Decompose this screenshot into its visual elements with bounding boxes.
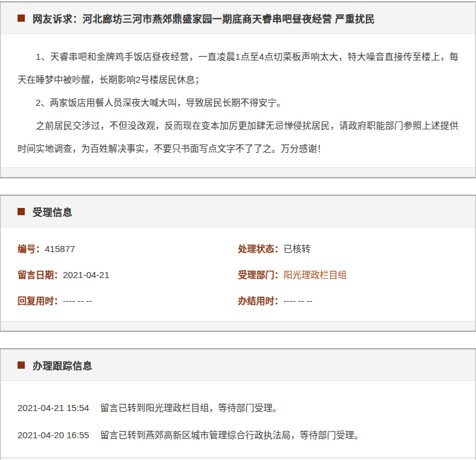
panel-footer-strip <box>1 321 475 331</box>
field-completion-time: 办结用时：---- -- -- <box>238 288 459 314</box>
field-department-value-link[interactable]: 阳光理政栏目组 <box>284 270 347 280</box>
complaint-paragraph-2: 2、两家饭店用餐人员深夜大喊大叫，导致居民长期不得安宁。 <box>18 91 458 114</box>
acceptance-panel-header: 受理信息 <box>1 196 475 227</box>
tracking-panel-header: 办理跟踪信息 <box>1 349 475 381</box>
field-reply-time-value: ---- -- -- <box>63 296 92 306</box>
tracking-panel-title: 办理跟踪信息 <box>33 358 93 372</box>
field-reply-time-label: 回复用时： <box>18 296 63 306</box>
field-number-value: 415877 <box>45 244 75 254</box>
acceptance-panel-title: 受理信息 <box>33 204 73 219</box>
entry-message: 留言已转到阳光理政栏目组，等待部门受理。 <box>100 403 281 413</box>
tracking-entry: 2021-04-20 16:55留言已转到燕郊高新区城市管理综合行政执法局，等待… <box>18 421 458 449</box>
tracking-entries: 2021-04-21 15:54留言已转到阳光理政栏目组，等待部门受理。 202… <box>1 381 475 457</box>
field-status-value: 已核转 <box>284 244 311 254</box>
tracking-entry: 2021-04-21 15:54留言已转到阳光理政栏目组，等待部门受理。 <box>18 394 458 421</box>
field-number-label: 编号： <box>18 244 45 254</box>
entry-timestamp: 2021-04-21 15:54 <box>18 403 89 413</box>
complaint-title: 网友诉求：河北廊坊三河市燕郊鼎盛家园一期底商天睿串吧昼夜经营 严重扰民 <box>33 11 375 25</box>
complaint-panel: 网友诉求：河北廊坊三河市燕郊鼎盛家园一期底商天睿串吧昼夜经营 严重扰民 1、天睿… <box>0 1 476 178</box>
square-bullet-icon <box>18 15 25 22</box>
field-message-date-label: 留言日期： <box>18 270 63 280</box>
field-completion-time-label: 办结用时： <box>238 296 284 306</box>
square-bullet-icon <box>18 208 25 215</box>
complaint-paragraph-1: 1、天睿串吧和金牌鸡手饭店昼夜经营，一直凌晨1点至4点切菜板声响太大，特大噪音直… <box>18 45 458 91</box>
field-status-label: 处理状态： <box>238 244 284 254</box>
field-status: 处理状态：已核转 <box>238 236 459 262</box>
complaint-panel-header: 网友诉求：河北廊坊三河市燕郊鼎盛家园一期底商天睿串吧昼夜经营 严重扰民 <box>1 2 475 34</box>
panel-footer-strip <box>1 457 475 460</box>
complaint-paragraph-3: 之前居民交涉过，不但没改观，反而现在变本加厉更加肆无忌惮侵扰居民，请政府职能部门… <box>18 114 458 160</box>
field-completion-time-value: ---- -- -- <box>284 296 313 306</box>
field-department: 受理部门：阳光理政栏目组 <box>238 262 459 288</box>
petition-detail-page: 网友诉求：河北廊坊三河市燕郊鼎盛家园一期底商天睿串吧昼夜经营 严重扰民 1、天睿… <box>0 0 476 460</box>
field-department-label: 受理部门： <box>238 270 284 280</box>
field-number: 编号：415877 <box>18 236 238 262</box>
complaint-body: 1、天睿串吧和金牌鸡手饭店昼夜经营，一直凌晨1点至4点切菜板声响太大，特大噪音直… <box>1 34 475 167</box>
square-bullet-icon <box>18 361 25 369</box>
acceptance-info-panel: 受理信息 编号：415877 处理状态：已核转 留言日期：2021-04-21 … <box>0 195 476 332</box>
entry-message: 留言已转到燕郊高新区城市管理综合行政执法局，等待部门受理。 <box>100 430 363 440</box>
field-message-date-value: 2021-04-21 <box>63 270 109 280</box>
tracking-info-panel: 办理跟踪信息 2021-04-21 15:54留言已转到阳光理政栏目组，等待部门… <box>0 348 476 460</box>
entry-timestamp: 2021-04-20 16:55 <box>18 430 89 440</box>
acceptance-fields: 编号：415877 处理状态：已核转 留言日期：2021-04-21 受理部门：… <box>1 227 475 321</box>
panel-footer-strip <box>1 167 475 177</box>
field-reply-time: 回复用时：---- -- -- <box>18 288 238 314</box>
field-message-date: 留言日期：2021-04-21 <box>18 262 238 288</box>
